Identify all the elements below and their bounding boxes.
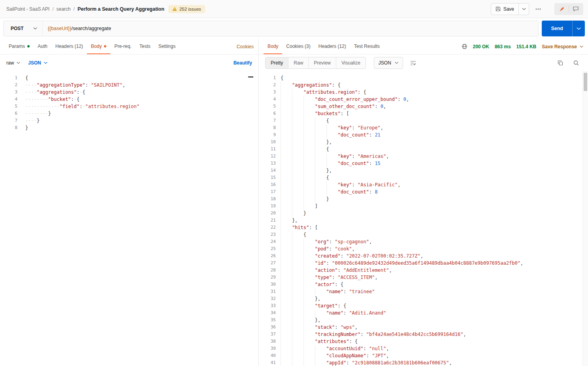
code-token: :	[85, 82, 88, 88]
save-response-label: Save Response	[542, 44, 577, 49]
save-button[interactable]: Save	[491, 4, 518, 15]
breadcrumb-folder[interactable]: search	[57, 6, 71, 12]
indent-guide	[292, 352, 303, 359]
more-actions-button[interactable]	[532, 4, 544, 15]
indent-guide	[292, 89, 303, 96]
indent-guide	[292, 138, 303, 146]
tab-response-cookies[interactable]: Cookies (3)	[282, 39, 314, 54]
indent-guide	[281, 317, 292, 324]
request-body-editor[interactable]: 1{2····"aggregationType":·"SAILPOINT",3·…	[0, 71, 258, 366]
beautify-link[interactable]: Beautify	[234, 60, 252, 66]
tab-pre-request[interactable]: Pre-req.	[110, 39, 135, 54]
save-icon	[496, 6, 501, 11]
indent-guide	[281, 302, 292, 309]
code-token: "Europe"	[358, 125, 381, 131]
code-line: 28"action": "AddEntitlement",	[259, 267, 588, 274]
code-token: "pod"	[315, 246, 329, 252]
code-token: 15	[375, 161, 380, 166]
response-body-viewer[interactable]: 1{2"aggregations": {3"attributes.region"…	[259, 71, 588, 366]
scrollbar-thumb[interactable]	[584, 73, 587, 91]
code-token: : [	[341, 111, 349, 116]
breadcrumb-collection[interactable]: SailPoint - SaaS API	[6, 6, 49, 12]
body-type-dropdown[interactable]: raw	[6, 60, 20, 66]
code-token: ·	[83, 104, 85, 109]
indent-guide	[281, 96, 292, 103]
response-time[interactable]: 863 ms	[495, 44, 511, 49]
indent-guide	[315, 131, 326, 138]
indent-guide	[281, 203, 292, 210]
code-token: {	[83, 89, 85, 95]
send-options-dropdown[interactable]	[572, 21, 585, 36]
indent-guide	[281, 260, 292, 267]
view-preview[interactable]: Preview	[309, 57, 336, 68]
network-status-icon[interactable]	[462, 44, 467, 49]
tab-body[interactable]: Body	[87, 39, 110, 54]
wrap-lines-button[interactable]	[408, 57, 419, 68]
indent-guide	[281, 274, 292, 281]
tab-auth[interactable]: Auth	[34, 39, 51, 54]
indent-guide	[303, 188, 315, 195]
indent-guide	[281, 309, 292, 317]
code-token: "name"	[326, 289, 343, 294]
view-switcher: Pretty Raw Preview Visualize	[265, 57, 366, 69]
breadcrumb-separator: /	[74, 6, 75, 12]
indent-guide	[326, 188, 338, 195]
indent-guide	[292, 331, 303, 338]
code-token: ,	[463, 332, 466, 337]
more-options-icon	[535, 8, 541, 10]
url-input[interactable]: {{baseUrl}}/search/aggregate	[43, 26, 117, 31]
code-token: : {	[332, 82, 341, 88]
line-number: 33	[259, 302, 276, 309]
tab-tests[interactable]: Tests	[136, 39, 155, 54]
code-token: "aggregations"	[292, 82, 332, 88]
comments-button[interactable]	[569, 4, 582, 14]
status-badge[interactable]: 200 OK	[473, 44, 489, 49]
line-number: 17	[259, 188, 276, 195]
chevron-down-icon	[44, 62, 47, 64]
code-token: "SAILPOINT"	[91, 82, 122, 88]
response-language-dropdown[interactable]: JSON	[374, 57, 403, 69]
line-number: 26	[259, 252, 276, 260]
indent-guide	[292, 288, 303, 295]
indent-guide	[292, 146, 303, 153]
view-visualize[interactable]: Visualize	[336, 57, 366, 68]
code-line: 41"appId": "2c91808881a6c2b30181b606eaf0…	[259, 359, 588, 366]
tab-response-headers[interactable]: Headers (12)	[315, 39, 350, 54]
code-token: 21	[375, 132, 380, 138]
send-button[interactable]: Send	[542, 21, 572, 36]
issues-badge[interactable]: 252 issues	[168, 5, 205, 13]
line-number: 7	[259, 117, 276, 124]
code-line: 2····"aggregationType":·"SAILPOINT",	[0, 82, 258, 89]
code-token: :	[346, 360, 352, 366]
search-response-button[interactable]	[571, 57, 582, 68]
code-token: ·	[79, 89, 82, 95]
indent-guide	[281, 195, 292, 203]
cookies-link[interactable]: Cookies	[237, 44, 254, 49]
code-token: :	[369, 132, 375, 138]
line-number: 32	[259, 295, 276, 302]
line-number: 13	[259, 160, 276, 167]
tab-headers[interactable]: Headers (12)	[51, 39, 87, 54]
documentation-button[interactable]	[555, 4, 569, 14]
response-size[interactable]: 151.4 KB	[516, 44, 537, 49]
vertical-scrollbar[interactable]	[582, 71, 588, 366]
code-token: ········	[25, 111, 48, 116]
copy-response-button[interactable]	[555, 57, 566, 68]
code-line: 31"name": "trainee"	[259, 288, 588, 295]
code-token: ,	[386, 154, 389, 159]
view-raw[interactable]: Raw	[288, 57, 309, 68]
view-pretty[interactable]: Pretty	[266, 57, 288, 68]
body-type-toolbar: raw JSON Beautify	[0, 55, 258, 71]
tab-settings[interactable]: Settings	[155, 39, 179, 54]
method-selector[interactable]: POST	[4, 21, 43, 36]
language-dropdown[interactable]: JSON	[28, 60, 47, 66]
code-line: 18}	[259, 195, 588, 203]
tab-label: Auth	[38, 44, 47, 49]
tab-response-body[interactable]: Body	[264, 39, 282, 54]
save-options-dropdown[interactable]	[518, 4, 529, 15]
code-token: :	[352, 182, 358, 188]
tab-test-results[interactable]: Test Results	[350, 39, 384, 54]
tab-params[interactable]: Params	[5, 39, 34, 54]
save-response-button[interactable]: Save Response	[542, 44, 583, 49]
tab-label: Tests	[139, 44, 151, 49]
